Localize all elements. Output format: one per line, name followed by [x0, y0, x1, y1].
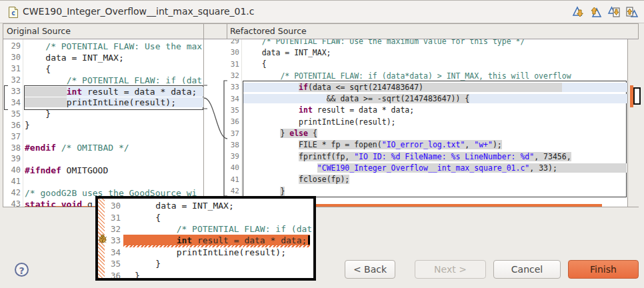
line-number: 29 — [227, 39, 239, 45]
code-line: 37 — [3, 131, 203, 142]
code-line: 34 printIntLine(result); — [105, 247, 313, 258]
code-text: /* POTENTIAL FLAW: Use the maximum value… — [243, 39, 627, 46]
popup-code-area: 30 data = INT_MAX;31 {32 /* POTENTIAL FL… — [105, 199, 313, 278]
code-text: } — [243, 187, 627, 196]
code-line: 31 { — [227, 59, 627, 70]
original-source-header: Original Source — [7, 26, 71, 36]
code-line: 29 /* POTENTIAL FLAW: Use the max — [3, 41, 203, 52]
finish-button[interactable]: Finish — [568, 260, 639, 279]
line-number: 38 — [3, 143, 21, 153]
line-number: 42 — [227, 187, 239, 195]
code-text: FILE * fp = fopen("IO_error_log.txt", "w… — [243, 140, 627, 149]
next-change-icon[interactable] — [607, 5, 621, 19]
code-text: #ifndef OMITGOOD — [25, 165, 203, 175]
previous-change-icon[interactable] — [625, 5, 639, 19]
code-line: 40 "CWE190_Integer_Overflow__int_max_squ… — [227, 162, 627, 173]
previous-difference-icon[interactable] — [589, 5, 603, 19]
line-number: 36 — [3, 121, 21, 130]
code-line: 42 } — [227, 185, 627, 197]
line-number: 42 — [3, 188, 21, 197]
code-line: 38#endif /* OMITBAD */ — [3, 142, 203, 153]
code-line: 31 { — [3, 63, 203, 75]
code-text: /* POTENTIAL FLAW: if (dat — [135, 224, 313, 234]
code-text: } — [135, 259, 313, 269]
line-number: 36 — [105, 271, 121, 278]
next-button[interactable]: Next > — [415, 260, 486, 279]
refactored-source-pane[interactable]: 29 /* POTENTIAL FLAW: Use the maximum va… — [227, 39, 627, 207]
line-number: 33 — [3, 87, 21, 96]
line-number: 32 — [105, 224, 121, 234]
code-text: printIntLine(result); — [243, 117, 627, 127]
source-preview-popup: 30 data = INT_MAX;31 {32 /* POTENTIAL FL… — [95, 196, 316, 281]
code-text: /* POTENTIAL FLAW: if (data*data) > INT_… — [243, 71, 627, 81]
line-number: 33 — [105, 235, 121, 245]
line-number: 35 — [227, 106, 239, 115]
code-line: 40#ifndef OMITGOOD — [3, 165, 203, 176]
code-line: 38 FILE * fp = fopen("IO_error_log.txt",… — [227, 139, 627, 151]
line-number: 29 — [3, 41, 21, 51]
code-text: { — [135, 213, 313, 223]
refactored-source-header: Refactored Source — [230, 26, 307, 36]
code-text: printIntLine(result); — [135, 247, 313, 257]
line-number: 37 — [227, 129, 239, 138]
line-number: 32 — [227, 71, 239, 80]
code-text: if(data <= sqrt(2147483647) — [243, 83, 627, 92]
help-button[interactable]: ? — [15, 263, 29, 277]
code-line: 35 int result = data * data; — [227, 105, 627, 116]
back-button[interactable]: < Back — [345, 260, 395, 279]
code-text: } — [25, 120, 203, 130]
code-line: 29 /* POTENTIAL FLAW: Use the maximum va… — [227, 39, 627, 47]
code-text: fprintf(fp, "IO ID: %d FileName: %s Line… — [243, 152, 627, 161]
line-number: 30 — [3, 53, 21, 62]
code-text: #endif /* OMITBAD */ — [25, 143, 203, 153]
code-line: 41 — [3, 176, 203, 187]
line-number: 40 — [227, 163, 239, 172]
diff-connector-strip — [204, 39, 227, 207]
line-number: 31 — [105, 213, 121, 223]
next-difference-icon[interactable] — [571, 5, 585, 19]
code-text: int result = data * data; — [135, 235, 313, 245]
line-number: 39 — [227, 152, 239, 161]
line-number: 34 — [227, 95, 239, 103]
code-line: 32 /* POTENTIAL FLAW: if (data*data) > I… — [227, 70, 627, 81]
pane-headers: Original Source Refactored Source — [3, 24, 638, 39]
svg-text:c: c — [11, 9, 15, 17]
line-number: 30 — [105, 201, 121, 211]
compare-toolbar — [571, 5, 639, 19]
overview-current-change[interactable] — [633, 87, 641, 105]
line-number: 33 — [227, 83, 239, 91]
line-number: 31 — [227, 60, 239, 69]
code-text: printIntLine(result); — [25, 97, 203, 107]
code-line: 30 data = INT_MAX; — [227, 47, 627, 58]
code-text: { — [243, 59, 627, 69]
code-line: 30 data = INT_MAX; — [3, 52, 203, 63]
line-number: 34 — [105, 247, 121, 257]
refactoring-wizard-dialog: c CWE190_Integer_Overflow__int_max_squar… — [0, 0, 644, 288]
code-line: 36 printIntLine(result); — [227, 116, 627, 127]
code-text: fclose(fp); — [243, 175, 627, 184]
bug-marker-icon[interactable] — [98, 233, 107, 246]
code-text: int result = data * data; — [25, 87, 203, 97]
original-source-pane[interactable]: 29 /* POTENTIAL FLAW: Use the max30 data… — [3, 39, 203, 207]
code-text: data = INT_MAX; — [135, 201, 313, 211]
overview-ruler — [627, 39, 639, 207]
line-number: 34 — [3, 98, 21, 107]
code-text: /* POTENTIAL FLAW: if (dat — [25, 75, 203, 85]
code-line: 31 { — [105, 211, 313, 223]
line-number: 32 — [3, 75, 21, 85]
line-number: 36 — [227, 117, 239, 126]
code-line: 41 fclose(fp); — [227, 174, 627, 185]
line-number: 37 — [3, 132, 21, 141]
cancel-button[interactable]: Cancel — [493, 260, 561, 279]
code-line: 33 if(data <= sqrt(2147483647) — [227, 81, 627, 93]
line-number: 31 — [3, 64, 21, 73]
code-text: { — [25, 64, 203, 74]
code-text: data = INT_MAX; — [243, 48, 627, 57]
line-number: 41 — [3, 177, 21, 186]
line-number: 40 — [3, 165, 21, 175]
line-number: 35 — [3, 109, 21, 119]
code-text: data = INT_MAX; — [25, 53, 203, 63]
line-number: 41 — [227, 175, 239, 184]
code-line: 37 } else { — [227, 127, 627, 139]
code-line: 35 } — [105, 258, 313, 269]
